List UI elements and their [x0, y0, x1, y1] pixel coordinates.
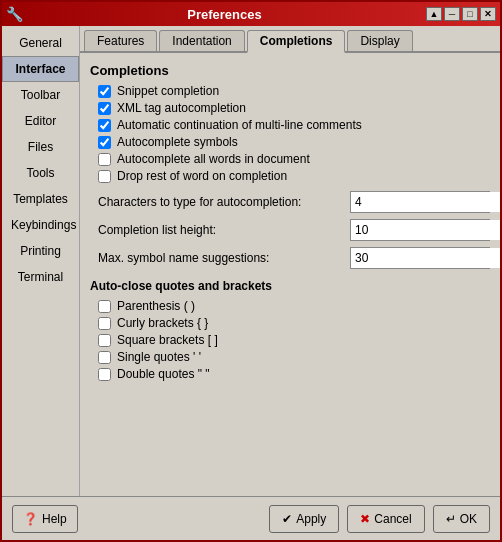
checkbox-allwords-label: Autocomplete all words in document — [117, 152, 310, 166]
help-button[interactable]: ❓ Help — [12, 505, 78, 533]
sidebar-item-terminal[interactable]: Terminal — [2, 264, 79, 290]
checkbox-symbols: Autocomplete symbols — [90, 135, 490, 149]
sidebar: General Interface Toolbar Editor Files T… — [2, 26, 80, 496]
checkbox-allwords: Autocomplete all words in document — [90, 152, 490, 166]
completions-title: Completions — [90, 63, 490, 78]
field-height: Completion list height: 10 ▲ ▼ — [90, 219, 490, 241]
sidebar-item-general[interactable]: General — [2, 30, 79, 56]
tabs: Features Indentation Completions Display — [80, 26, 500, 53]
content-area: Features Indentation Completions Display… — [80, 26, 500, 496]
preferences-window: 🔧 Preferences ▲ ─ □ ✕ General Interface … — [0, 0, 502, 542]
sidebar-item-tools[interactable]: Tools — [2, 160, 79, 186]
checkbox-allwords-input[interactable] — [98, 153, 111, 166]
cancel-button[interactable]: ✖ Cancel — [347, 505, 424, 533]
cancel-icon: ✖ — [360, 512, 370, 526]
sidebar-item-interface[interactable]: Interface — [2, 56, 79, 82]
checkbox-snippet-label: Snippet completion — [117, 84, 219, 98]
checkbox-symbols-label: Autocomplete symbols — [117, 135, 238, 149]
checkbox-droprest-label: Drop rest of word on completion — [117, 169, 287, 183]
cancel-label: Cancel — [374, 512, 411, 526]
window-icon: 🔧 — [6, 6, 23, 22]
checkbox-paren-label: Parenthesis ( ) — [117, 299, 195, 313]
chars-spinbox: 4 ▲ ▼ — [350, 191, 490, 213]
checkbox-curly-label: Curly brackets { } — [117, 316, 208, 330]
checkbox-xml-label: XML tag autocompletion — [117, 101, 246, 115]
titlebar-controls: ▲ ─ □ ✕ — [426, 7, 496, 21]
checkbox-curly-input[interactable] — [98, 317, 111, 330]
sidebar-item-toolbar[interactable]: Toolbar — [2, 82, 79, 108]
checkbox-symbols-input[interactable] — [98, 136, 111, 149]
field-height-label: Completion list height: — [98, 223, 350, 237]
tab-display[interactable]: Display — [347, 30, 412, 51]
apply-button[interactable]: ✔ Apply — [269, 505, 339, 533]
help-label: Help — [42, 512, 67, 526]
checkbox-xml: XML tag autocompletion — [90, 101, 490, 115]
checkbox-snippet: Snippet completion — [90, 84, 490, 98]
help-icon: ❓ — [23, 512, 38, 526]
ok-button[interactable]: ↵ OK — [433, 505, 490, 533]
checkbox-paren: Parenthesis ( ) — [90, 299, 490, 313]
checkbox-square-input[interactable] — [98, 334, 111, 347]
checkbox-single-quote: Single quotes ' ' — [90, 350, 490, 364]
auto-close-title: Auto-close quotes and brackets — [90, 279, 490, 293]
sidebar-item-keybindings[interactable]: Keybindings — [2, 212, 79, 238]
field-suggestions: Max. symbol name suggestions: 30 ▲ ▼ — [90, 247, 490, 269]
height-input[interactable]: 10 — [351, 220, 500, 240]
tab-features[interactable]: Features — [84, 30, 157, 51]
suggestions-input[interactable]: 30 — [351, 248, 500, 268]
field-chars-label: Characters to type for autocompletion: — [98, 195, 350, 209]
field-chars: Characters to type for autocompletion: 4… — [90, 191, 490, 213]
chars-input[interactable]: 4 — [351, 192, 500, 212]
footer: ❓ Help ✔ Apply ✖ Cancel ↵ OK — [2, 496, 500, 540]
titlebar: 🔧 Preferences ▲ ─ □ ✕ — [2, 2, 500, 26]
checkbox-square-label: Square brackets [ ] — [117, 333, 218, 347]
tab-indentation[interactable]: Indentation — [159, 30, 244, 51]
footer-actions: ✔ Apply ✖ Cancel ↵ OK — [269, 505, 490, 533]
checkbox-single-quote-label: Single quotes ' ' — [117, 350, 201, 364]
checkbox-xml-input[interactable] — [98, 102, 111, 115]
tab-completions[interactable]: Completions — [247, 30, 346, 53]
checkbox-double-quote-input[interactable] — [98, 368, 111, 381]
suggestions-spinbox: 30 ▲ ▼ — [350, 247, 490, 269]
sidebar-item-templates[interactable]: Templates — [2, 186, 79, 212]
window-title: Preferences — [23, 7, 426, 22]
main-content: General Interface Toolbar Editor Files T… — [2, 26, 500, 496]
apply-icon: ✔ — [282, 512, 292, 526]
ok-icon: ↵ — [446, 512, 456, 526]
ok-label: OK — [460, 512, 477, 526]
checkbox-paren-input[interactable] — [98, 300, 111, 313]
checkbox-curly: Curly brackets { } — [90, 316, 490, 330]
close-button[interactable]: ✕ — [480, 7, 496, 21]
minimize-button[interactable]: ─ — [444, 7, 460, 21]
checkbox-double-quote: Double quotes " " — [90, 367, 490, 381]
completions-panel: Completions Snippet completion XML tag a… — [80, 53, 500, 496]
apply-label: Apply — [296, 512, 326, 526]
sidebar-item-editor[interactable]: Editor — [2, 108, 79, 134]
checkbox-droprest-input[interactable] — [98, 170, 111, 183]
checkbox-multiline-input[interactable] — [98, 119, 111, 132]
sidebar-item-files[interactable]: Files — [2, 134, 79, 160]
up-button[interactable]: ▲ — [426, 7, 442, 21]
checkbox-snippet-input[interactable] — [98, 85, 111, 98]
checkbox-multiline-label: Automatic continuation of multi-line com… — [117, 118, 362, 132]
checkbox-droprest: Drop rest of word on completion — [90, 169, 490, 183]
field-suggestions-label: Max. symbol name suggestions: — [98, 251, 350, 265]
maximize-button[interactable]: □ — [462, 7, 478, 21]
checkbox-double-quote-label: Double quotes " " — [117, 367, 210, 381]
sidebar-item-printing[interactable]: Printing — [2, 238, 79, 264]
height-spinbox: 10 ▲ ▼ — [350, 219, 490, 241]
checkbox-square: Square brackets [ ] — [90, 333, 490, 347]
checkbox-multiline: Automatic continuation of multi-line com… — [90, 118, 490, 132]
checkbox-single-quote-input[interactable] — [98, 351, 111, 364]
